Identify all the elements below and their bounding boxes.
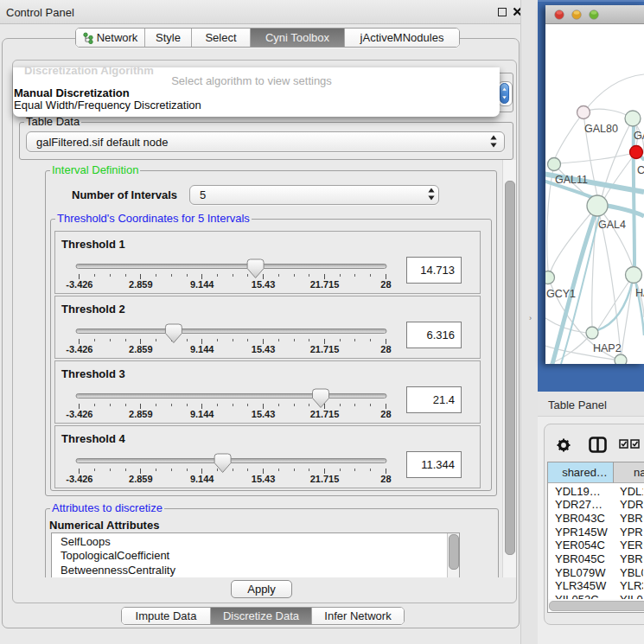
svg-text:2.859: 2.859 [129,409,153,419]
svg-text:28: 28 [380,344,391,354]
svg-text:28: 28 [380,279,391,290]
svg-text:28: 28 [380,474,391,484]
svg-text:-3.426: -3.426 [66,474,92,484]
svg-text:15.43: 15.43 [252,279,276,290]
svg-text:-3.426: -3.426 [66,279,92,290]
svg-text:HAP2: HAP2 [593,342,622,354]
svg-text:GAL4: GAL4 [598,219,626,231]
svg-text:GAL80: GAL80 [584,123,618,135]
svg-text:15.43: 15.43 [252,474,276,484]
svg-text:28: 28 [380,409,391,419]
svg-text:15.43: 15.43 [252,344,276,354]
svg-text:2.859: 2.859 [129,279,153,290]
svg-text:GAL11: GAL11 [555,174,588,186]
svg-text:9.144: 9.144 [190,409,214,419]
svg-text:-3.426: -3.426 [66,344,92,354]
svg-text:15.43: 15.43 [252,409,276,419]
svg-text:21.715: 21.715 [310,474,340,484]
svg-text:CO: CO [637,164,644,176]
svg-text:21.715: 21.715 [310,409,340,419]
svg-text:-3.426: -3.426 [66,409,92,419]
svg-text:2.859: 2.859 [129,474,153,484]
svg-text:9.144: 9.144 [190,279,214,290]
svg-text:HA: HA [635,287,644,299]
svg-text:9.144: 9.144 [190,344,214,354]
svg-text:GAL: GAL [634,130,644,142]
svg-text:21.715: 21.715 [310,344,340,354]
svg-text:9.144: 9.144 [190,474,214,484]
svg-text:GCY1: GCY1 [546,288,576,300]
svg-text:2.859: 2.859 [129,344,153,354]
svg-text:21.715: 21.715 [310,279,340,290]
